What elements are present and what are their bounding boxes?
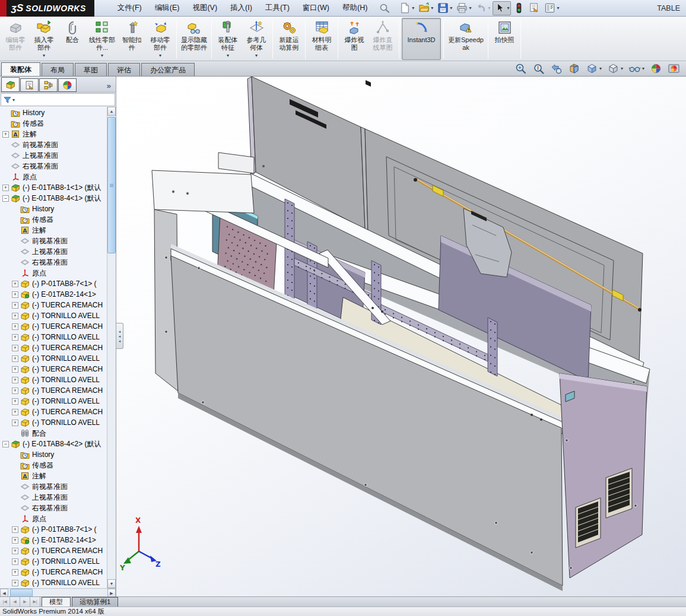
scroll-right-button[interactable]: ▶ (107, 589, 116, 597)
ribbon-button-mate[interactable]: 配合 (59, 18, 86, 60)
tree-expander[interactable]: + (12, 580, 18, 586)
tree-item[interactable]: +(-) P-01TAB8-7<1> ( (0, 278, 107, 289)
tree-item[interactable]: +(-) TUERCA REMACH (0, 342, 107, 353)
tree-item[interactable]: 配合 (0, 428, 107, 439)
toolbar-button-rebuild-indicator[interactable] (512, 1, 526, 15)
sheet-nav-button-2[interactable]: ▶ (20, 597, 30, 607)
tree-item[interactable]: 右视基准面 (0, 257, 107, 268)
menu-item-help[interactable]: 帮助(H) (336, 1, 374, 15)
tree-item[interactable]: +(-) E-01TAB2-14<1> (0, 289, 107, 300)
view-toolbar-button-section-view[interactable] (568, 62, 580, 75)
view-toolbar-button-apply-scene[interactable] (668, 62, 680, 75)
tree-item[interactable]: 前视基准面 (0, 139, 107, 150)
tree-expander[interactable]: + (12, 409, 18, 415)
dropdown-caret-icon[interactable]: ▾ (101, 53, 103, 59)
view-toolbar-button-edit-appearance[interactable] (650, 62, 662, 75)
menu-item-view[interactable]: 视图(V) (186, 1, 224, 15)
tree-item[interactable]: +(-) TORNILLO AVELL (0, 332, 107, 342)
view-toolbar-button-zoom-area[interactable] (532, 62, 545, 75)
dropdown-caret-icon[interactable]: ▾ (642, 66, 644, 71)
tree-item[interactable]: A注解 (0, 471, 107, 481)
tree-item[interactable]: 上视基准面 (0, 150, 107, 161)
tree-item[interactable]: 上视基准面 (0, 246, 107, 257)
tree-item[interactable]: +(-) TORNILLO AVELL (0, 374, 107, 385)
tree-item[interactable]: +(-) TORNILLO AVELL (0, 417, 107, 428)
tree-vertical-scrollbar[interactable]: ▲ ▼ (107, 107, 116, 588)
tab-evaluate[interactable]: 评估 (108, 63, 140, 76)
tree-item[interactable]: 上视基准面 (0, 492, 107, 503)
menu-item-edit[interactable]: 编辑(E) (148, 1, 186, 15)
tree-expander[interactable]: + (12, 302, 18, 309)
ribbon-button-update-speedpak[interactable]: 更新Speedpak (446, 18, 485, 60)
tree-item[interactable]: +(-) E-01TAB2-14<1> (0, 535, 107, 545)
tree-expander[interactable]: + (12, 323, 18, 330)
dropdown-caret-icon[interactable]: ▾ (488, 5, 490, 11)
view-toolbar-button-view-orientation[interactable]: ▾ (586, 62, 602, 75)
tree-expander[interactable]: + (12, 420, 18, 426)
dropdown-caret-icon[interactable]: ▾ (469, 5, 471, 11)
tree-item[interactable]: 右视基准面 (0, 161, 107, 172)
dropdown-caret-icon[interactable]: ▾ (450, 5, 452, 11)
tree-item[interactable]: +(-) TUERCA REMACH (0, 567, 107, 577)
menu-item-insert[interactable]: 插入(I) (224, 1, 259, 15)
tree-item[interactable]: +(-) TORNILLO AVELL (0, 556, 107, 567)
toolbar-button-save[interactable]: ▾ (436, 1, 454, 15)
tree-expander[interactable]: + (2, 131, 9, 138)
tree-item[interactable]: 前视基准面 (0, 236, 107, 246)
panel-tab-propertymanager[interactable] (20, 78, 39, 92)
search-icon[interactable] (379, 2, 390, 14)
tree-expander[interactable]: + (12, 355, 18, 362)
ribbon-button-assembly-features[interactable]: 装配体特征▾ (214, 18, 242, 60)
tree-expander[interactable]: + (12, 388, 18, 394)
tree-item[interactable]: History (0, 204, 107, 214)
tree-expander[interactable]: − (2, 195, 9, 202)
ribbon-button-smart-fasteners[interactable]: 智能扣件 (118, 18, 145, 60)
tree-item[interactable]: +(-) TUERCA REMACH (0, 321, 107, 332)
toolbar-button-new[interactable]: ▾ (398, 1, 416, 15)
tree-item[interactable]: +(-) TUERCA REMACH (0, 545, 107, 556)
tree-expander[interactable]: + (12, 313, 18, 319)
ribbon-button-instant3d[interactable]: Instant3D (402, 18, 441, 60)
toolbar-button-print[interactable]: ▾ (455, 1, 473, 15)
toolbar-button-open[interactable]: ▾ (417, 1, 435, 15)
tree-item[interactable]: +(-) TORNILLO AVELL (0, 310, 107, 321)
menu-item-file[interactable]: 文件(F) (111, 1, 148, 15)
tab-assembly[interactable]: 装配体 (1, 62, 40, 76)
sheet-nav-button-3[interactable]: ▶| (30, 597, 40, 607)
panel-tab-featuremanager[interactable] (1, 77, 20, 92)
view-toolbar-button-hide-show-items[interactable]: ▾ (628, 62, 644, 75)
tree-expander[interactable]: + (12, 291, 18, 298)
tree-expander[interactable]: + (2, 185, 9, 191)
tree-horizontal-scrollbar[interactable]: ◀ ▶ (0, 588, 116, 597)
tree-expander[interactable]: + (12, 377, 18, 383)
panel-splitter-handle[interactable]: ◂◂◂ (116, 323, 123, 349)
toolbar-button-options[interactable]: ▾ (542, 1, 561, 15)
ribbon-button-show-hidden[interactable]: 显示隐藏的零部件 (179, 18, 209, 60)
tree-item[interactable]: History (0, 107, 107, 118)
filter-funnel-icon[interactable] (3, 96, 12, 104)
dropdown-caret-icon[interactable]: ▾ (159, 53, 161, 59)
tree-item[interactable]: −(-) E-01TAB8-4<1> (默认 (0, 193, 107, 204)
tree-expander[interactable]: + (12, 569, 18, 576)
dropdown-caret-icon[interactable]: ▾ (621, 66, 623, 71)
dropdown-caret-icon[interactable]: ▾ (255, 53, 258, 59)
tree-expander[interactable]: + (12, 537, 18, 544)
tree-expander[interactable]: + (12, 548, 18, 554)
tree-item[interactable]: 原点 (0, 268, 107, 278)
tree-item[interactable]: 传感器 (0, 460, 107, 471)
tree-item[interactable]: +(-) P-01TAB8-7<1> ( (0, 524, 107, 535)
tree-expander[interactable]: − (2, 441, 9, 447)
dropdown-caret-icon[interactable]: ▾ (431, 5, 433, 11)
tree-item[interactable]: 传感器 (0, 214, 107, 225)
tree-item[interactable]: +(-) TORNILLO AVELL (0, 353, 107, 364)
tree-item[interactable]: +(-) TUERCA REMACH (0, 364, 107, 374)
tree-item[interactable]: +A注解 (0, 129, 107, 139)
hscroll-thumb[interactable] (10, 589, 33, 597)
dropdown-caret-icon[interactable]: ▾ (599, 66, 602, 71)
tree-item[interactable]: +(-) TORNILLO AVELL (0, 396, 107, 407)
scroll-down-button[interactable]: ▼ (107, 579, 116, 588)
tab-office-products[interactable]: 办公室产品 (141, 63, 195, 76)
dropdown-caret-icon[interactable]: ▾ (412, 5, 414, 11)
toolbar-button-select[interactable]: ▾ (493, 1, 511, 15)
filter-caret-icon[interactable]: ▾ (12, 97, 15, 103)
